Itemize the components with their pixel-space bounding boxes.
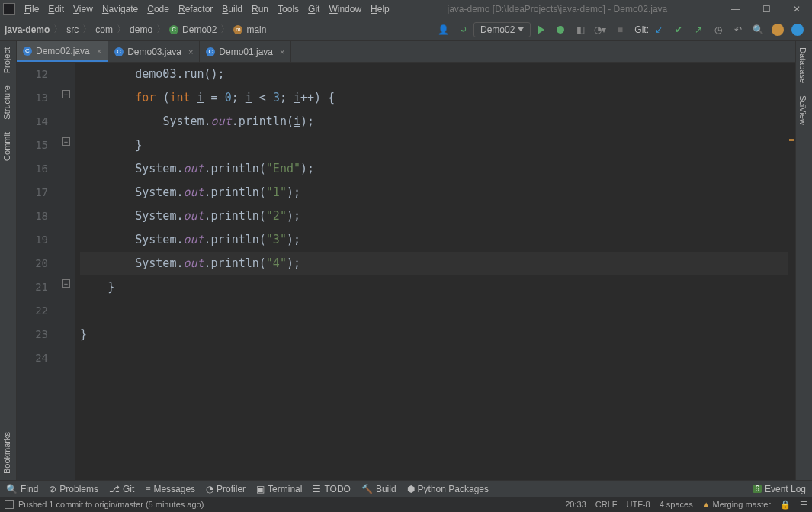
git-branch[interactable]: ▲Merging master [702, 500, 771, 509]
tool-sciview[interactable]: SciView [796, 89, 810, 131]
fold-toggle-icon[interactable]: − [62, 279, 70, 288]
line-separator[interactable]: CRLF [595, 500, 618, 509]
code-line[interactable]: } [80, 134, 795, 157]
line-number[interactable]: 24 [17, 346, 48, 370]
tab-Demo02.java[interactable]: CDemo02.java× [17, 41, 108, 62]
tool-database[interactable]: Database [796, 41, 810, 89]
tool-bookmarks[interactable]: Bookmarks [0, 426, 14, 480]
tool-commit[interactable]: Commit [0, 126, 14, 167]
tab-close-icon[interactable]: × [94, 47, 101, 56]
bottom-tool-build[interactable]: 🔨Build [361, 484, 396, 494]
tab-Demo01.java[interactable]: CDemo01.java× [200, 41, 291, 62]
menu-tools[interactable]: Tools [273, 2, 303, 16]
tab-Demo03.java[interactable]: CDemo03.java× [108, 41, 200, 62]
breadcrumb-com[interactable]: com [95, 24, 113, 35]
menu-navigate[interactable]: Navigate [98, 2, 143, 16]
code-line[interactable] [80, 346, 795, 370]
tool-project[interactable]: Project [0, 41, 14, 79]
line-number[interactable]: 21 [17, 275, 48, 299]
breadcrumb-method[interactable]: main [246, 24, 266, 35]
breadcrumb-src[interactable]: src [66, 24, 79, 35]
line-number[interactable]: 20 [17, 252, 48, 275]
menu-view[interactable]: View [69, 2, 98, 16]
bottom-tool-terminal[interactable]: ▣Terminal [256, 484, 302, 494]
undo-icon[interactable]: ↶ [730, 22, 746, 37]
breadcrumb-class[interactable]: Demo02 [182, 24, 217, 35]
line-number[interactable]: 12 [17, 63, 48, 86]
fold-toggle-icon[interactable]: − [62, 137, 70, 146]
code-line[interactable]: System.out.println("End"); [80, 157, 795, 181]
ide-status-icon[interactable]: ☰ [800, 500, 807, 510]
maximize-button[interactable]: ☐ [751, 4, 782, 14]
indent-setting[interactable]: 4 spaces [660, 500, 693, 509]
code-area[interactable]: demo03.run(); for (int i = 0; i < 3; i++… [75, 63, 795, 480]
fold-column[interactable]: −−− [59, 63, 75, 480]
git-history-icon[interactable]: ◷ [711, 22, 726, 37]
close-button[interactable]: ✕ [782, 4, 812, 14]
bottom-tool-todo[interactable]: ☰TODO [313, 484, 350, 494]
debug-button[interactable] [553, 22, 568, 37]
code-line[interactable]: System.out.println(i); [80, 110, 795, 134]
code-line[interactable]: demo03.run(); [80, 63, 795, 86]
bottom-tool-git[interactable]: ⎇Git [109, 484, 134, 494]
minimize-button[interactable]: — [721, 4, 751, 14]
run-config-select[interactable]: Demo02 [473, 22, 531, 37]
code-line[interactable] [80, 299, 795, 323]
avatar-icon[interactable] [770, 22, 785, 37]
code-line[interactable]: System.out.println("2"); [80, 204, 795, 228]
ide-services-icon[interactable] [790, 22, 805, 37]
code-line[interactable]: System.out.println("3"); [80, 228, 795, 252]
code-line[interactable]: } [80, 323, 795, 346]
bottom-tool-python-packages[interactable]: ⬢Python Packages [407, 484, 489, 494]
code-line[interactable]: } [80, 275, 795, 299]
error-stripe[interactable] [788, 63, 795, 480]
line-number[interactable]: 15 [17, 134, 48, 157]
line-number[interactable]: 23 [17, 323, 48, 346]
caret-position[interactable]: 20:33 [565, 500, 586, 509]
run-button[interactable] [533, 22, 548, 37]
warning-marker[interactable] [789, 139, 794, 141]
code-line[interactable]: System.out.println("1"); [80, 181, 795, 204]
line-number[interactable]: 17 [17, 181, 48, 204]
quick-access-icon[interactable] [5, 500, 14, 509]
code-line[interactable]: for (int i = 0; i < 3; i++) { [80, 86, 795, 110]
line-number[interactable]: 16 [17, 157, 48, 181]
profile-button[interactable]: ◔▾ [592, 22, 608, 37]
line-number[interactable]: 19 [17, 228, 48, 252]
breadcrumb-demo[interactable]: demo [130, 24, 152, 35]
menu-code[interactable]: Code [143, 2, 174, 16]
menu-git[interactable]: Git [303, 2, 324, 16]
event-log-button[interactable]: 6 Event Log [753, 484, 806, 494]
line-number[interactable]: 18 [17, 204, 48, 228]
code-line[interactable]: System.out.println("4"); [80, 252, 795, 275]
line-number[interactable]: 14 [17, 110, 48, 134]
tab-close-icon[interactable]: × [185, 47, 193, 56]
menu-edit[interactable]: Edit [43, 2, 69, 16]
menu-refactor[interactable]: Refactor [174, 2, 217, 16]
breadcrumb-project[interactable]: java-demo [5, 24, 50, 35]
stop-button[interactable]: ■ [612, 22, 627, 37]
fold-toggle-icon[interactable]: − [62, 90, 70, 98]
add-config-icon[interactable]: 👤 [436, 22, 451, 37]
build-hammer-icon[interactable]: ⤾ [456, 22, 471, 37]
menu-window[interactable]: Window [324, 2, 366, 16]
bottom-tool-profiler[interactable]: ◔Profiler [206, 484, 246, 494]
menu-run[interactable]: Run [247, 2, 273, 16]
bottom-tool-find[interactable]: 🔍Find [6, 484, 38, 494]
menu-build[interactable]: Build [217, 2, 247, 16]
git-pull-icon[interactable]: ↙ [651, 22, 666, 37]
git-commit-icon[interactable]: ✔ [671, 22, 686, 37]
coverage-button[interactable]: ◧ [573, 22, 588, 37]
gutter[interactable]: 12131415161718192021222324 [17, 63, 59, 480]
bottom-tool-problems[interactable]: ⊘Problems [49, 484, 98, 494]
menu-file[interactable]: File [20, 2, 43, 16]
tool-structure[interactable]: Structure [0, 79, 14, 126]
line-number[interactable]: 13 [17, 86, 48, 110]
line-number[interactable]: 22 [17, 299, 48, 323]
menu-help[interactable]: Help [366, 2, 394, 16]
git-push-icon[interactable]: ↗ [691, 22, 706, 37]
readonly-lock-icon[interactable]: 🔒 [780, 500, 791, 510]
tab-close-icon[interactable]: × [277, 47, 284, 56]
bottom-tool-messages[interactable]: ≡Messages [145, 484, 195, 494]
file-encoding[interactable]: UTF-8 [626, 500, 650, 509]
